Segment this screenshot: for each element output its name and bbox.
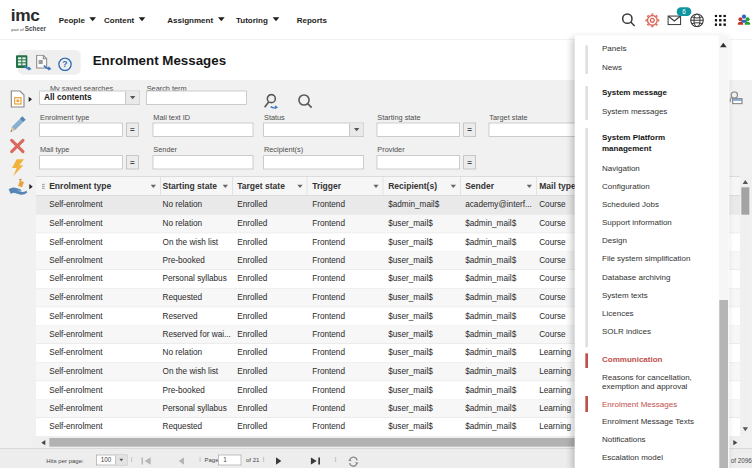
svg-text:?: ?	[62, 59, 67, 69]
